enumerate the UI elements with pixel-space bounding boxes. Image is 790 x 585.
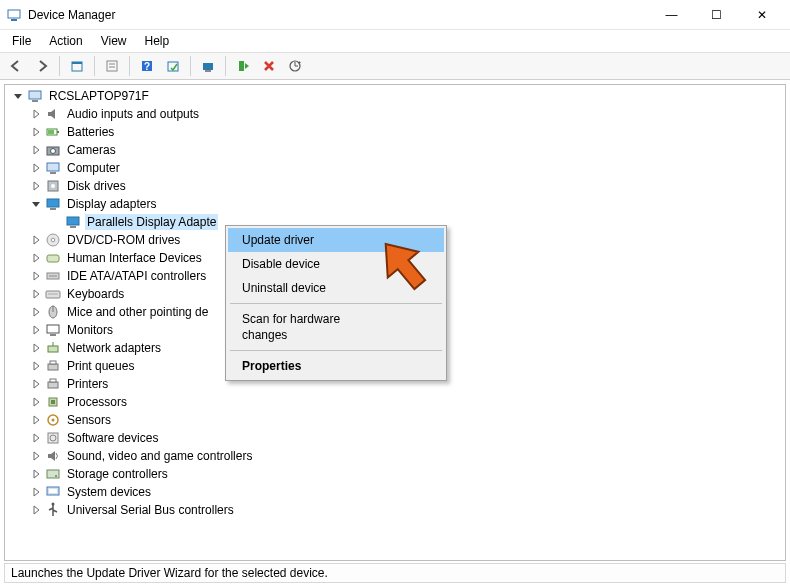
- svg-rect-52: [47, 470, 59, 478]
- svg-rect-43: [50, 361, 56, 364]
- menu-help[interactable]: Help: [137, 32, 178, 50]
- expand-icon[interactable]: [29, 449, 43, 463]
- expand-icon[interactable]: [29, 251, 43, 265]
- tree-leaf-label: Parallels Display Adapte: [85, 214, 218, 230]
- software-icon: [45, 430, 61, 446]
- tree-root[interactable]: RCSLAPTOP971F: [9, 87, 781, 105]
- expand-icon[interactable]: [29, 125, 43, 139]
- expand-icon[interactable]: [29, 395, 43, 409]
- tree-node[interactable]: Sound, video and game controllers: [9, 447, 781, 465]
- tree-node-label: Human Interface Devices: [65, 250, 204, 266]
- ide-icon: [45, 268, 61, 284]
- menu-file[interactable]: File: [4, 32, 39, 50]
- device-manager-icon: [6, 7, 22, 23]
- svg-rect-39: [50, 334, 56, 336]
- tree-node[interactable]: Universal Serial Bus controllers: [9, 501, 781, 519]
- context-menu-item[interactable]: Uninstall device: [228, 276, 444, 300]
- svg-rect-12: [239, 61, 244, 71]
- keyboard-icon: [45, 286, 61, 302]
- context-menu-item[interactable]: Properties: [228, 354, 444, 378]
- tree-node[interactable]: Cameras: [9, 141, 781, 159]
- tree-node-label: Computer: [65, 160, 122, 176]
- context-menu-item[interactable]: Scan for hardware changes: [228, 307, 444, 347]
- enable-device-button[interactable]: [231, 54, 255, 78]
- expand-icon[interactable]: [29, 233, 43, 247]
- tree-node-label: Batteries: [65, 124, 116, 140]
- tree-node-label: DVD/CD-ROM drives: [65, 232, 182, 248]
- expand-icon[interactable]: [29, 323, 43, 337]
- toolbar-separator: [94, 56, 95, 76]
- expand-icon[interactable]: [29, 377, 43, 391]
- tree-node[interactable]: Disk drives: [9, 177, 781, 195]
- expand-icon[interactable]: [29, 161, 43, 175]
- toolbar-separator: [129, 56, 130, 76]
- svg-rect-1: [11, 19, 17, 21]
- expand-icon[interactable]: [29, 305, 43, 319]
- tree-node[interactable]: Sensors: [9, 411, 781, 429]
- expand-icon[interactable]: [29, 269, 43, 283]
- minimize-button[interactable]: —: [649, 1, 694, 29]
- collapse-icon[interactable]: [29, 197, 43, 211]
- tree-node[interactable]: System devices: [9, 483, 781, 501]
- tree-node[interactable]: Processors: [9, 393, 781, 411]
- expand-icon[interactable]: [29, 467, 43, 481]
- svg-rect-44: [48, 382, 58, 388]
- toolbar-separator: [225, 56, 226, 76]
- uninstall-button[interactable]: [257, 54, 281, 78]
- properties-button[interactable]: [100, 54, 124, 78]
- context-menu-item[interactable]: Disable device: [228, 252, 444, 276]
- svg-text:?: ?: [144, 61, 150, 72]
- tree-node-label: Universal Serial Bus controllers: [65, 502, 236, 518]
- expand-icon[interactable]: [29, 485, 43, 499]
- svg-point-56: [52, 503, 55, 506]
- svg-rect-42: [48, 364, 58, 370]
- expand-icon[interactable]: [29, 179, 43, 193]
- expand-icon[interactable]: [29, 341, 43, 355]
- svg-rect-10: [203, 63, 213, 70]
- svg-rect-15: [32, 100, 38, 102]
- context-menu-item[interactable]: Update driver: [228, 228, 444, 252]
- show-hidden-button[interactable]: [65, 54, 89, 78]
- tree-node-label: Print queues: [65, 358, 136, 374]
- tree-node[interactable]: Display adapters: [9, 195, 781, 213]
- close-button[interactable]: ✕: [739, 1, 784, 29]
- update-policy-button[interactable]: [161, 54, 185, 78]
- monitor-icon: [45, 322, 61, 338]
- context-menu-separator: [230, 303, 442, 304]
- expand-icon[interactable]: [29, 107, 43, 121]
- status-text: Launches the Update Driver Wizard for th…: [11, 566, 328, 580]
- update-driver-button[interactable]: [283, 54, 307, 78]
- tree-node-label: Audio inputs and outputs: [65, 106, 201, 122]
- menu-view[interactable]: View: [93, 32, 135, 50]
- tree-node[interactable]: Audio inputs and outputs: [9, 105, 781, 123]
- help-button[interactable]: ?: [135, 54, 159, 78]
- maximize-button[interactable]: ☐: [694, 1, 739, 29]
- menu-action[interactable]: Action: [41, 32, 90, 50]
- storage-icon: [45, 466, 61, 482]
- computer-icon: [45, 160, 61, 176]
- tree-node[interactable]: Storage controllers: [9, 465, 781, 483]
- forward-button[interactable]: [30, 54, 54, 78]
- scan-hardware-button[interactable]: [196, 54, 220, 78]
- tree-node-label: Printers: [65, 376, 110, 392]
- back-button[interactable]: [4, 54, 28, 78]
- tree-node-label: Disk drives: [65, 178, 128, 194]
- menubar: File Action View Help: [0, 30, 790, 52]
- expand-icon[interactable]: [29, 413, 43, 427]
- tree-node[interactable]: Computer: [9, 159, 781, 177]
- expand-icon[interactable]: [29, 143, 43, 157]
- svg-rect-31: [47, 255, 59, 262]
- tree-node-label: Keyboards: [65, 286, 126, 302]
- svg-rect-45: [50, 379, 56, 382]
- tree-node-label: Monitors: [65, 322, 115, 338]
- system-icon: [45, 484, 61, 500]
- expand-icon[interactable]: [29, 503, 43, 517]
- svg-rect-22: [50, 172, 56, 174]
- context-menu-separator: [230, 350, 442, 351]
- expand-icon[interactable]: [29, 287, 43, 301]
- expand-icon[interactable]: [29, 431, 43, 445]
- expand-icon[interactable]: [29, 359, 43, 373]
- collapse-icon[interactable]: [11, 89, 25, 103]
- tree-node[interactable]: Software devices: [9, 429, 781, 447]
- tree-node[interactable]: Batteries: [9, 123, 781, 141]
